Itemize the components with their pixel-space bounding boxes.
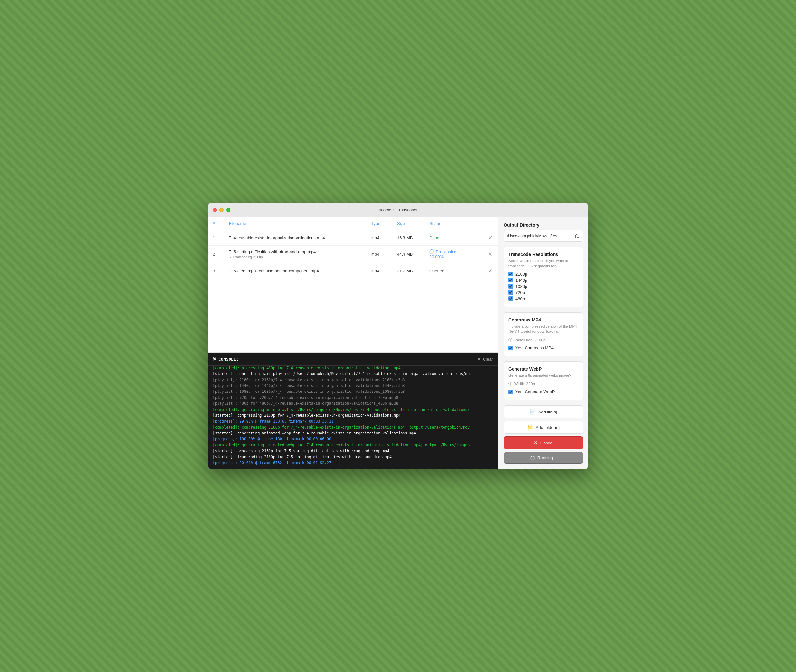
main-content: # Filename Type Size Status 17_4-reusabl… bbox=[208, 217, 588, 469]
console-header: ⌘ CONSOLE: ✕ Clear bbox=[208, 353, 498, 366]
remove-row-button[interactable]: ✕ bbox=[487, 250, 493, 258]
row-filename: 7_6-creating-a-reusable-sorting-componen… bbox=[224, 263, 366, 278]
resolution-item: 2160p bbox=[508, 272, 578, 277]
remove-row-button[interactable]: ✕ bbox=[487, 234, 493, 242]
row-status: Done bbox=[424, 230, 482, 245]
resolution-checkbox[interactable] bbox=[508, 296, 513, 301]
running-spinner-icon bbox=[530, 456, 535, 460]
row-size: 44.4 MB bbox=[392, 245, 424, 263]
console-title-text: CONSOLE: bbox=[219, 357, 239, 362]
webp-info-icon: ⓘ bbox=[508, 381, 512, 387]
row-status: Processing20.00% bbox=[424, 245, 482, 263]
log-line: [playlist]: 480p for 480p/7_4-reusable-e… bbox=[213, 400, 493, 406]
log-line: [completed]: generating animated webp fo… bbox=[213, 442, 493, 448]
row-subtext: Transcoding 2160p bbox=[229, 255, 361, 259]
log-line: [playlist]: 1440p for 1440p/7_4-reusable… bbox=[213, 383, 493, 389]
col-header-type: Type bbox=[366, 217, 392, 230]
table-row: 37_6-creating-a-reusable-sorting-compone… bbox=[208, 263, 498, 278]
row-type: mp4 bbox=[366, 263, 392, 278]
resolution-checkbox[interactable] bbox=[508, 272, 513, 276]
add-folder-label: Add folder(s) bbox=[536, 425, 560, 430]
remove-row-button[interactable]: ✕ bbox=[487, 267, 493, 275]
traffic-lights bbox=[213, 208, 231, 212]
resolution-label: 1440p bbox=[516, 278, 527, 283]
log-line: [completed]: generating main playlist /U… bbox=[213, 407, 493, 413]
add-files-label: Add file(s) bbox=[538, 410, 557, 414]
cancel-icon: ✕ bbox=[533, 440, 538, 446]
log-line: [progress]: 20.00% @ frame 6732; timemar… bbox=[213, 460, 493, 466]
add-folder-icon: 📁 bbox=[527, 424, 533, 430]
titlebar: Adocasts Transcoder bbox=[208, 203, 588, 217]
compress-info-icon: ⓘ bbox=[508, 337, 512, 343]
resolution-checkbox[interactable] bbox=[508, 278, 513, 282]
cancel-label: Cancel bbox=[540, 441, 553, 445]
row-action: ✕ bbox=[482, 263, 498, 278]
row-status: Queued bbox=[424, 263, 482, 278]
resolution-item: 720p bbox=[508, 290, 578, 295]
clear-label: Clear bbox=[483, 357, 493, 362]
transcode-desc: Select which resolutions you want to tra… bbox=[508, 258, 578, 269]
row-type: mp4 bbox=[366, 245, 392, 263]
close-button[interactable] bbox=[213, 208, 217, 212]
resolution-label: 720p bbox=[516, 290, 525, 295]
clear-button[interactable]: ✕ Clear bbox=[477, 357, 493, 362]
col-header-action bbox=[482, 217, 498, 230]
webp-info-row: ⓘ Width: 320p bbox=[508, 381, 578, 387]
webp-title: Generate WebP bbox=[508, 366, 578, 371]
webp-checkbox[interactable] bbox=[508, 390, 513, 394]
console-panel: ⌘ CONSOLE: ✕ Clear [started]: processing… bbox=[208, 353, 498, 469]
row-action: ✕ bbox=[482, 245, 498, 263]
col-header-size: Size bbox=[392, 217, 424, 230]
resolution-label: 1080p bbox=[516, 284, 527, 289]
output-dir-section: Output Directory /Users/tomgobich/Movies… bbox=[504, 222, 583, 242]
compress-checkbox[interactable] bbox=[508, 346, 513, 350]
resolution-label: 480p bbox=[516, 296, 525, 301]
bottom-actions: 📄 Add file(s) 📁 Add folder(s) ✕ Cancel R… bbox=[504, 405, 583, 464]
clear-x-icon: ✕ bbox=[477, 357, 481, 362]
running-label: Running... bbox=[537, 455, 556, 460]
log-line: [started]: transcoding 2160p for 7_5-sor… bbox=[213, 454, 493, 460]
add-folder-button[interactable]: 📁 Add folder(s) bbox=[504, 421, 583, 434]
output-dir-path: /Users/tomgobich/Movies/test bbox=[507, 234, 572, 238]
row-filename: 7_4-reusable-exists-in-organization-vali… bbox=[224, 230, 366, 245]
window-title: Adocasts Transcoder bbox=[378, 208, 418, 212]
compress-mp4-card: Compress MP4 Include a compressed versio… bbox=[504, 312, 583, 356]
log-line: [started]: generating animated webp for … bbox=[213, 430, 493, 436]
row-num: 1 bbox=[208, 230, 224, 245]
minimize-button[interactable] bbox=[219, 208, 224, 212]
row-size: 21.7 MB bbox=[392, 263, 424, 278]
table-row: 17_4-reusable-exists-in-organization-val… bbox=[208, 230, 498, 245]
log-line: [started]: compressing 2160p for 7_4-reu… bbox=[213, 413, 493, 418]
row-num: 2 bbox=[208, 245, 224, 263]
cancel-button[interactable]: ✕ Cancel bbox=[504, 436, 583, 449]
row-size: 16.3 MB bbox=[392, 230, 424, 245]
col-header-status: Status bbox=[424, 217, 482, 230]
console-title: ⌘ CONSOLE: bbox=[213, 356, 239, 362]
add-files-icon: 📄 bbox=[530, 409, 536, 415]
col-header-num: # bbox=[208, 217, 224, 230]
row-action: ✕ bbox=[482, 230, 498, 245]
resolution-label: 2160p bbox=[516, 272, 527, 277]
compress-checkbox-item: Yes, Compress MP4 bbox=[508, 346, 578, 350]
app-window: Adocasts Transcoder # Filename Type Size… bbox=[208, 203, 588, 469]
resolution-checkbox[interactable] bbox=[508, 284, 513, 288]
running-button: Running... bbox=[504, 452, 583, 464]
resolution-checkbox[interactable] bbox=[508, 290, 513, 295]
transcode-title: Transcode Resolutions bbox=[508, 252, 578, 257]
row-type: mp4 bbox=[366, 230, 392, 245]
file-table: # Filename Type Size Status 17_4-reusabl… bbox=[208, 217, 498, 353]
maximize-button[interactable] bbox=[226, 208, 231, 212]
log-line: [playlist]: 2160p for 2160p/7_4-reusable… bbox=[213, 377, 493, 383]
processing-spinner-icon bbox=[429, 250, 434, 254]
table-row: 27_5-sorting-difficulties-with-drag-and-… bbox=[208, 245, 498, 263]
row-filename: 7_5-sorting-difficulties-with-drag-and-d… bbox=[224, 245, 366, 263]
log-line: [playlist]: 720p for 720p/7_4-reusable-e… bbox=[213, 395, 493, 400]
webp-option-label: Yes, Generate WebP bbox=[516, 389, 554, 394]
transcode-resolutions-card: Transcode Resolutions Select which resol… bbox=[504, 247, 583, 307]
browse-folder-button[interactable]: 🗂 bbox=[575, 233, 580, 239]
row-num: 3 bbox=[208, 263, 224, 278]
compress-title: Compress MP4 bbox=[508, 317, 578, 322]
add-files-button[interactable]: 📄 Add file(s) bbox=[504, 405, 583, 418]
log-line: [progress]: 100.00% @ frame 180; timemar… bbox=[213, 436, 493, 442]
compress-desc: Include a compressed version of the MP4 … bbox=[508, 324, 578, 334]
